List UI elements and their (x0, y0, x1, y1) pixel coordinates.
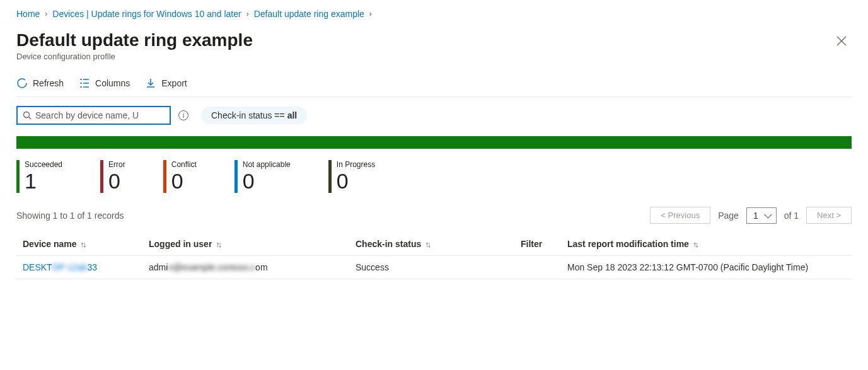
columns-icon (79, 78, 90, 89)
filter-pill-value: all (287, 110, 298, 120)
svg-point-10 (24, 112, 30, 118)
stats-row: Succeeded1Error0Conflict0Not applicable0… (16, 160, 852, 193)
stat-value: 1 (25, 169, 62, 193)
chevron-right-icon: › (45, 9, 47, 18)
export-icon (145, 78, 156, 89)
stat-error[interactable]: Error0 (100, 160, 125, 193)
toolbar: Refresh Columns Export (16, 72, 852, 97)
stat-stripe (100, 160, 103, 193)
page-title: Default update ring example (16, 30, 253, 50)
cell-logged-in-user: admin@example.contoso.com (149, 262, 356, 272)
close-icon (836, 36, 847, 46)
columns-button[interactable]: Columns (79, 78, 130, 89)
stat-stripe (163, 160, 166, 193)
stat-value: 0 (337, 169, 375, 193)
breadcrumb-devices[interactable]: Devices | Update rings for Windows 10 an… (52, 9, 241, 19)
stat-label: Succeeded (25, 160, 62, 169)
stat-label: In Progress (337, 160, 375, 169)
search-box[interactable] (16, 106, 171, 125)
columns-label: Columns (95, 78, 130, 88)
cell-device-name[interactable]: DESKTOP-12ab33 (23, 262, 149, 272)
results-table: Device name↑↓ Logged in user↑↓ Check-in … (16, 233, 852, 279)
col-header-device[interactable]: Device name↑↓ (23, 239, 149, 249)
close-button[interactable] (831, 30, 852, 53)
refresh-button[interactable]: Refresh (16, 78, 64, 89)
breadcrumb-home[interactable]: Home (16, 9, 40, 19)
refresh-label: Refresh (33, 78, 64, 88)
next-button[interactable]: Next > (806, 207, 852, 224)
stat-not-applicable[interactable]: Not applicable0 (234, 160, 291, 193)
stat-label: Not applicable (243, 160, 291, 169)
search-input[interactable] (35, 110, 165, 120)
stat-stripe (328, 160, 332, 193)
col-header-filter[interactable]: Filter (521, 239, 567, 249)
col-header-device-label: Device name (23, 239, 77, 249)
stat-stripe (16, 160, 20, 193)
cell-modification-time: Mon Sep 18 2023 22:13:12 GMT-0700 (Pacif… (567, 262, 845, 272)
breadcrumb: Home › Devices | Update rings for Window… (16, 9, 852, 19)
checkin-status-filter[interactable]: Check-in status == all (201, 107, 307, 124)
svg-line-11 (29, 117, 32, 120)
search-icon (23, 111, 32, 120)
stat-value: 0 (171, 169, 197, 193)
page-select[interactable]: 1 (746, 207, 777, 224)
stat-succeeded[interactable]: Succeeded1 (16, 160, 62, 193)
col-header-time-label: Last report modification time (567, 239, 689, 249)
page-subtitle: Device configuration profile (16, 52, 253, 61)
page-of-label: of 1 (784, 211, 799, 221)
export-button[interactable]: Export (145, 78, 187, 89)
stat-in-progress[interactable]: In Progress0 (328, 160, 375, 193)
info-icon[interactable]: i (178, 110, 188, 120)
stat-label: Conflict (171, 160, 197, 169)
stat-label: Error (108, 160, 125, 169)
sort-icon: ↑↓ (81, 240, 85, 249)
status-progress-bar (16, 136, 852, 149)
filter-pill-prefix: Check-in status == (211, 110, 287, 120)
sort-icon: ↑↓ (425, 240, 429, 249)
col-header-filter-label: Filter (521, 239, 542, 249)
col-header-time[interactable]: Last report modification time↑↓ (567, 239, 845, 249)
col-header-status[interactable]: Check-in status↑↓ (356, 239, 521, 249)
breadcrumb-current[interactable]: Default update ring example (254, 9, 364, 19)
table-row[interactable]: DESKTOP-12ab33admin@example.contoso.comS… (16, 256, 852, 279)
cell-checkin-status: Success (356, 262, 521, 272)
col-header-user[interactable]: Logged in user↑↓ (149, 239, 356, 249)
chevron-right-icon: › (369, 9, 372, 18)
refresh-icon (16, 78, 28, 89)
stat-stripe (234, 160, 238, 193)
stat-conflict[interactable]: Conflict0 (163, 160, 197, 193)
col-header-status-label: Check-in status (356, 239, 421, 249)
sort-icon: ↑↓ (693, 240, 697, 249)
stat-value: 0 (243, 169, 291, 193)
table-header: Device name↑↓ Logged in user↑↓ Check-in … (16, 233, 852, 256)
sort-icon: ↑↓ (216, 240, 220, 249)
pagination: < Previous Page 1 of 1 Next > (650, 207, 852, 224)
records-count: Showing 1 to 1 of 1 records (16, 211, 124, 221)
page-label: Page (718, 211, 739, 221)
chevron-right-icon: › (246, 9, 249, 18)
stat-value: 0 (108, 169, 125, 193)
col-header-user-label: Logged in user (149, 239, 212, 249)
previous-button[interactable]: < Previous (650, 207, 710, 224)
export-label: Export (161, 78, 187, 88)
